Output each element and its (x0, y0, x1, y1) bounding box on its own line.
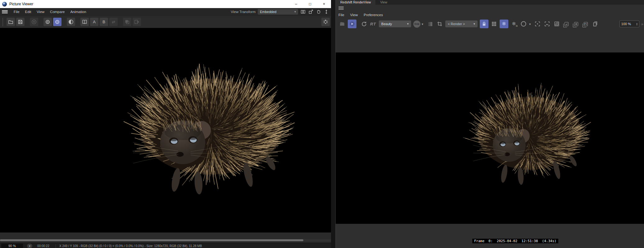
contrast-compare-button[interactable] (67, 18, 75, 26)
fit-image-button[interactable] (324, 9, 329, 15)
pan-mode-button[interactable] (316, 9, 321, 15)
focus-target-button[interactable] (533, 20, 542, 28)
horizontal-scrollbar[interactable] (0, 239, 331, 241)
aov-value: Beauty (381, 22, 392, 26)
minimize-button[interactable]: – (289, 0, 303, 8)
rt-toggle-button[interactable]: RT (370, 22, 376, 26)
menu-view[interactable]: View (34, 10, 47, 14)
set-b-button[interactable]: B (100, 18, 108, 26)
focus-target-icon (535, 21, 540, 27)
snapshot-image-button[interactable] (562, 20, 570, 28)
channel-dropdown-button[interactable]: ▾ (422, 22, 423, 26)
fit-vertical-icon (324, 9, 329, 14)
compare-wipe-button[interactable] (553, 20, 561, 28)
bucket-grid-button[interactable] (490, 20, 498, 28)
image-info: X 249 / Y 109 - RGB (32 Bit) (0 / 0 / 0)… (59, 244, 202, 248)
tab-view[interactable]: View (375, 0, 392, 5)
play-icon (349, 21, 355, 27)
swap-ab-icon: ⇄ (112, 20, 115, 24)
lock-render-button[interactable] (480, 20, 488, 28)
lock-icon (481, 21, 487, 27)
swap-ab-button[interactable]: ⇄ (109, 18, 118, 26)
freeze-button[interactable]: ❄ (500, 20, 508, 28)
menu-view[interactable]: View (350, 13, 358, 17)
snapshot-region-button[interactable] (543, 20, 551, 28)
zoom-level-field[interactable]: 90 % (1, 244, 23, 248)
freeze-geometry-button[interactable]: ❄ G (510, 20, 518, 28)
dither-button[interactable] (426, 20, 434, 28)
wipe-hatch-icon (554, 21, 560, 27)
caret-down-icon: ▾ (407, 22, 409, 25)
menu-compare[interactable]: Compare (47, 10, 67, 14)
spinner-arrows-icon[interactable]: ▴▾ (637, 22, 637, 25)
window-gap (331, 0, 335, 248)
add-snapshot-button[interactable] (572, 20, 580, 28)
picture-viewer-canvas[interactable] (0, 28, 331, 232)
snapshot-image-icon (565, 22, 569, 26)
picture-viewer-titlebar: Picture Viewer – □ × (0, 0, 331, 8)
split-view-button[interactable] (300, 9, 306, 15)
chip-x-icon (45, 19, 50, 25)
render-zoom-spinner[interactable]: 100 % ▴▾ (619, 20, 639, 27)
pv-label: PV (584, 23, 587, 25)
send-to-picture-viewer-button[interactable]: PV (582, 20, 590, 28)
camera-dropdown[interactable]: < Render > ▾ (445, 20, 478, 27)
menu-file[interactable]: File (11, 10, 22, 14)
window-controls: – □ × (289, 0, 331, 8)
toolbar-overflow-chevrons[interactable]: » (641, 22, 643, 26)
menu-animation[interactable]: Animation (67, 10, 89, 14)
renderview-menubar: File View Preferences (336, 11, 644, 18)
view-transform-dropdown[interactable]: Embedded ▾ (258, 9, 298, 15)
tab-redshift-renderview[interactable]: Redshift RenderView (336, 0, 375, 5)
channel-rgb-button[interactable]: RGB (413, 20, 420, 28)
aov-dropdown[interactable]: Beauty ▾ (379, 20, 411, 27)
panel-hamburger-row (336, 5, 644, 11)
render-frame-status: Frame 0: 2025-04-02 12:51:38 (4.34s) (472, 239, 558, 243)
picture-viewer-menubar: File Edit View Compare Animation View Tr… (0, 8, 331, 16)
multipass-filter-button[interactable] (321, 18, 330, 26)
export-button[interactable] (133, 18, 141, 26)
renderview-canvas[interactable] (336, 52, 644, 224)
close-button[interactable]: × (317, 0, 331, 8)
region-render-button[interactable] (519, 20, 528, 28)
clear-cache-button[interactable] (43, 18, 52, 26)
cancel-render-button[interactable] (30, 18, 38, 26)
set-a-button[interactable]: A (90, 18, 98, 26)
panel-menu-hamburger-icon[interactable] (338, 7, 344, 10)
window-title: Picture Viewer (9, 2, 33, 6)
a-label: A (93, 20, 96, 24)
scroll-strip (0, 232, 331, 243)
menu-preferences[interactable]: Preferences (364, 13, 383, 17)
desktop: Picture Viewer – □ × File Edit View Comp… (0, 0, 644, 248)
horizontal-scrollbar-thumb[interactable] (0, 239, 303, 241)
toolbar-grip[interactable] (2, 18, 4, 26)
save-image-button[interactable] (16, 18, 25, 26)
compare-flip-button[interactable] (80, 18, 89, 26)
maximize-button[interactable]: □ (303, 0, 317, 8)
copy-snapshot-button[interactable] (591, 20, 599, 28)
menu-file[interactable]: File (338, 13, 344, 17)
rgb-label: RGB (415, 23, 420, 25)
cache-result-button[interactable] (53, 18, 61, 26)
detach-icon (308, 9, 313, 14)
crop-button[interactable] (436, 20, 444, 28)
restart-icon (361, 21, 367, 27)
menu-edit[interactable]: Edit (22, 10, 34, 14)
caret-down-icon: ▾ (474, 22, 475, 25)
open-file-button[interactable] (7, 18, 15, 26)
region-dropdown-button[interactable]: ▾ (529, 22, 531, 26)
status-divider (56, 244, 56, 248)
start-render-button[interactable] (348, 20, 356, 28)
zoom-dropdown-button[interactable]: ▾ (27, 244, 32, 248)
circle-x-icon (31, 19, 37, 25)
folder-icon (8, 19, 13, 25)
detach-window-button[interactable] (308, 9, 314, 15)
crop-icon (437, 21, 442, 27)
copy-page-icon (592, 21, 598, 27)
layers-button[interactable] (123, 18, 131, 26)
menu-hamburger-icon[interactable] (2, 10, 8, 14)
render-animation-button[interactable] (338, 20, 346, 28)
snowflake-icon: ❄ (502, 21, 506, 26)
clapperboard-icon (339, 21, 345, 27)
restart-render-button[interactable] (360, 20, 368, 28)
